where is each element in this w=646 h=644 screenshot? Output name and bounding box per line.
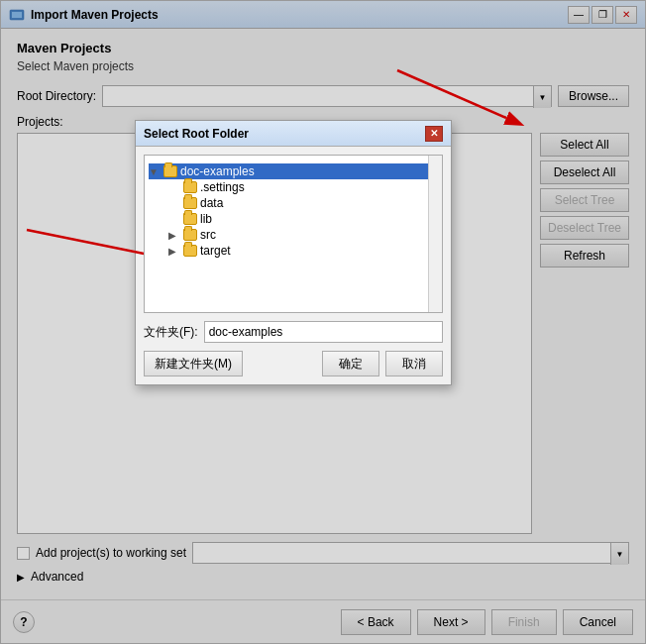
folder-filename-row: 文件夹(F):	[144, 321, 443, 343]
filename-input[interactable]	[204, 321, 443, 343]
tree-collapse-icon-src: ▶	[168, 230, 180, 241]
tree-label-src: src	[200, 228, 216, 242]
folder-icon-src	[183, 229, 197, 241]
tree-item-target[interactable]: ▶ target	[149, 243, 438, 259]
filename-label: 文件夹(F):	[144, 324, 198, 341]
tree-expand-icon: ▼	[149, 166, 161, 177]
folder-dialog-body: ▼ doc-examples .settings	[136, 147, 451, 384]
tree-label-lib: lib	[200, 212, 212, 226]
tree-scrollbar[interactable]	[428, 156, 442, 312]
folder-icon-doc-examples	[163, 165, 177, 177]
tree-item-settings[interactable]: .settings	[149, 179, 438, 195]
folder-icon-lib	[183, 213, 197, 225]
main-dialog: Import Maven Projects — ❐ ✕ Maven Projec…	[0, 0, 646, 644]
folder-tree: ▼ doc-examples .settings	[145, 156, 442, 312]
folder-icon-data	[183, 197, 197, 209]
tree-item-data[interactable]: data	[149, 195, 438, 211]
folder-icon-target	[183, 245, 197, 257]
folder-cancel-button[interactable]: 取消	[385, 351, 443, 376]
tree-label-data: data	[200, 196, 223, 210]
tree-label-doc-examples: doc-examples	[180, 164, 255, 178]
folder-tree-area: ▼ doc-examples .settings	[144, 155, 443, 313]
folder-close-button[interactable]: ✕	[425, 126, 443, 142]
tree-collapse-icon-target: ▶	[168, 246, 180, 257]
folder-dialog-title: Select Root Folder	[144, 127, 249, 141]
folder-icon-settings	[183, 181, 197, 193]
confirm-cancel-row: 确定 取消	[322, 351, 443, 376]
overlay: Select Root Folder ✕ ▼ doc-examples	[1, 1, 645, 643]
tree-item-src[interactable]: ▶ src	[149, 227, 438, 243]
new-folder-button[interactable]: 新建文件夹(M)	[144, 351, 243, 376]
folder-action-row: 新建文件夹(M) 确定 取消	[144, 351, 443, 376]
tree-label-settings: .settings	[200, 180, 245, 194]
folder-dialog-title-bar: Select Root Folder ✕	[136, 121, 451, 147]
tree-item-lib[interactable]: lib	[149, 211, 438, 227]
ok-button[interactable]: 确定	[322, 351, 379, 376]
svg-line-3	[397, 70, 506, 118]
tree-item-doc-examples[interactable]: ▼ doc-examples	[149, 163, 438, 179]
folder-dialog: Select Root Folder ✕ ▼ doc-examples	[135, 120, 452, 385]
tree-label-target: target	[200, 244, 231, 258]
